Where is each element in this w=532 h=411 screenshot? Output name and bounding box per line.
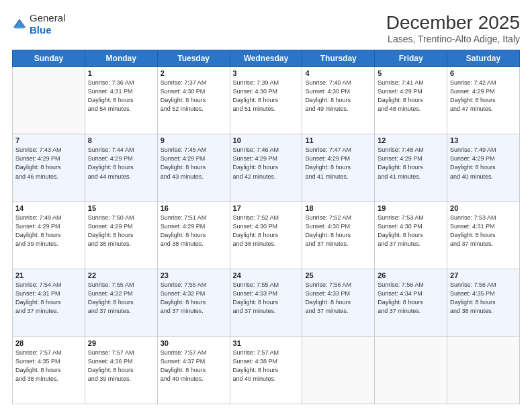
table-row: 16Sunrise: 7:51 AM Sunset: 4:29 PM Dayli… [157,201,230,269]
day-number: 2 [161,69,227,77]
calendar-week-row: 14Sunrise: 7:49 AM Sunset: 4:29 PM Dayli… [13,201,520,269]
day-info: Sunrise: 7:52 AM Sunset: 4:30 PM Dayligh… [305,214,371,248]
logo-blue: Blue [30,24,52,36]
day-info: Sunrise: 7:43 AM Sunset: 4:29 PM Dayligh… [15,146,82,181]
day-number: 25 [305,271,371,279]
day-info: Sunrise: 7:53 AM Sunset: 4:30 PM Dayligh… [378,214,444,248]
day-info: Sunrise: 7:56 AM Sunset: 4:33 PM Dayligh… [305,281,371,316]
table-row [13,67,85,134]
day-info: Sunrise: 7:48 AM Sunset: 4:29 PM Dayligh… [378,146,444,181]
table-row: 19Sunrise: 7:53 AM Sunset: 4:30 PM Dayli… [375,201,447,269]
day-info: Sunrise: 7:52 AM Sunset: 4:30 PM Dayligh… [233,214,300,248]
table-row: 20Sunrise: 7:53 AM Sunset: 4:31 PM Dayli… [447,201,520,269]
day-number: 30 [161,339,227,347]
table-row: 18Sunrise: 7:52 AM Sunset: 4:30 PM Dayli… [302,201,375,269]
day-number: 19 [378,204,444,212]
table-row: 17Sunrise: 7:52 AM Sunset: 4:30 PM Dayli… [230,201,302,269]
day-info: Sunrise: 7:47 AM Sunset: 4:29 PM Dayligh… [305,146,371,181]
day-info: Sunrise: 7:40 AM Sunset: 4:30 PM Dayligh… [305,79,371,113]
day-info: Sunrise: 7:45 AM Sunset: 4:29 PM Dayligh… [161,146,227,181]
col-wednesday: Wednesday [230,50,302,67]
day-info: Sunrise: 7:36 AM Sunset: 4:31 PM Dayligh… [88,79,154,113]
day-number: 17 [233,204,300,212]
day-info: Sunrise: 7:55 AM Sunset: 4:33 PM Dayligh… [233,281,300,316]
day-number: 18 [305,204,371,212]
day-info: Sunrise: 7:56 AM Sunset: 4:34 PM Dayligh… [378,281,444,316]
col-monday: Monday [85,50,157,67]
table-row: 6Sunrise: 7:42 AM Sunset: 4:29 PM Daylig… [447,67,520,134]
calendar-header-row: Sunday Monday Tuesday Wednesday Thursday… [13,50,520,67]
table-row: 26Sunrise: 7:56 AM Sunset: 4:34 PM Dayli… [375,269,447,336]
day-number: 11 [305,136,371,144]
day-info: Sunrise: 7:42 AM Sunset: 4:29 PM Dayligh… [450,79,517,113]
table-row: 25Sunrise: 7:56 AM Sunset: 4:33 PM Dayli… [302,269,375,336]
day-info: Sunrise: 7:46 AM Sunset: 4:29 PM Dayligh… [233,146,300,181]
col-friday: Friday [375,50,447,67]
day-info: Sunrise: 7:49 AM Sunset: 4:29 PM Dayligh… [450,146,517,181]
day-number: 31 [233,339,300,347]
day-info: Sunrise: 7:53 AM Sunset: 4:31 PM Dayligh… [450,214,517,248]
day-number: 21 [15,271,82,279]
day-number: 16 [161,204,227,212]
table-row: 5Sunrise: 7:41 AM Sunset: 4:29 PM Daylig… [375,67,447,134]
day-info: Sunrise: 7:57 AM Sunset: 4:38 PM Dayligh… [233,349,300,383]
col-sunday: Sunday [13,50,85,67]
table-row: 8Sunrise: 7:44 AM Sunset: 4:29 PM Daylig… [85,134,157,201]
day-info: Sunrise: 7:50 AM Sunset: 4:29 PM Dayligh… [88,214,154,248]
logo: General Blue [12,12,65,36]
day-info: Sunrise: 7:57 AM Sunset: 4:37 PM Dayligh… [161,349,227,383]
day-info: Sunrise: 7:57 AM Sunset: 4:35 PM Dayligh… [15,349,82,383]
calendar-week-row: 1Sunrise: 7:36 AM Sunset: 4:31 PM Daylig… [13,67,520,134]
page: General Blue December 2025 Lases, Trenti… [0,0,532,411]
day-number: 22 [88,271,154,279]
day-number: 27 [450,271,517,279]
day-number: 26 [378,271,444,279]
day-info: Sunrise: 7:54 AM Sunset: 4:31 PM Dayligh… [15,281,82,316]
day-number: 20 [450,204,517,212]
day-number: 14 [15,204,82,212]
table-row [375,336,447,404]
table-row: 9Sunrise: 7:45 AM Sunset: 4:29 PM Daylig… [157,134,230,201]
day-number: 10 [233,136,300,144]
day-number: 13 [450,136,517,144]
day-number: 6 [450,69,517,77]
day-info: Sunrise: 7:39 AM Sunset: 4:30 PM Dayligh… [233,79,300,113]
table-row: 27Sunrise: 7:56 AM Sunset: 4:35 PM Dayli… [447,269,520,336]
table-row: 2Sunrise: 7:37 AM Sunset: 4:30 PM Daylig… [157,67,230,134]
table-row: 12Sunrise: 7:48 AM Sunset: 4:29 PM Dayli… [375,134,447,201]
table-row: 14Sunrise: 7:49 AM Sunset: 4:29 PM Dayli… [13,201,85,269]
day-number: 7 [15,136,82,144]
day-info: Sunrise: 7:37 AM Sunset: 4:30 PM Dayligh… [161,79,227,113]
col-saturday: Saturday [447,50,520,67]
title-block: December 2025 Lases, Trentino-Alto Adige… [386,12,520,44]
table-row: 15Sunrise: 7:50 AM Sunset: 4:29 PM Dayli… [85,201,157,269]
table-row: 23Sunrise: 7:55 AM Sunset: 4:32 PM Dayli… [157,269,230,336]
table-row: 4Sunrise: 7:40 AM Sunset: 4:30 PM Daylig… [302,67,375,134]
day-info: Sunrise: 7:56 AM Sunset: 4:35 PM Dayligh… [450,281,517,316]
day-number: 15 [88,204,154,212]
day-info: Sunrise: 7:57 AM Sunset: 4:36 PM Dayligh… [88,349,154,383]
day-info: Sunrise: 7:41 AM Sunset: 4:29 PM Dayligh… [378,79,444,113]
table-row: 10Sunrise: 7:46 AM Sunset: 4:29 PM Dayli… [230,134,302,201]
day-number: 3 [233,69,300,77]
day-number: 24 [233,271,300,279]
main-title: December 2025 [386,12,520,34]
day-number: 23 [161,271,227,279]
table-row: 3Sunrise: 7:39 AM Sunset: 4:30 PM Daylig… [230,67,302,134]
calendar-week-row: 28Sunrise: 7:57 AM Sunset: 4:35 PM Dayli… [13,336,520,404]
col-tuesday: Tuesday [157,50,230,67]
table-row: 30Sunrise: 7:57 AM Sunset: 4:37 PM Dayli… [157,336,230,404]
day-number: 9 [161,136,227,144]
table-row: 1Sunrise: 7:36 AM Sunset: 4:31 PM Daylig… [85,67,157,134]
table-row: 28Sunrise: 7:57 AM Sunset: 4:35 PM Dayli… [13,336,85,404]
table-row: 21Sunrise: 7:54 AM Sunset: 4:31 PM Dayli… [13,269,85,336]
day-number: 12 [378,136,444,144]
day-info: Sunrise: 7:49 AM Sunset: 4:29 PM Dayligh… [15,214,82,248]
day-info: Sunrise: 7:51 AM Sunset: 4:29 PM Dayligh… [161,214,227,248]
header: General Blue December 2025 Lases, Trenti… [12,12,520,44]
day-number: 8 [88,136,154,144]
table-row: 7Sunrise: 7:43 AM Sunset: 4:29 PM Daylig… [13,134,85,201]
table-row: 22Sunrise: 7:55 AM Sunset: 4:32 PM Dayli… [85,269,157,336]
table-row: 13Sunrise: 7:49 AM Sunset: 4:29 PM Dayli… [447,134,520,201]
table-row: 24Sunrise: 7:55 AM Sunset: 4:33 PM Dayli… [230,269,302,336]
